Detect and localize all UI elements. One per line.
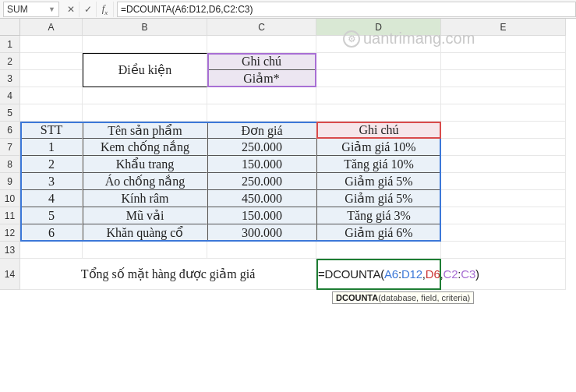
cell-D10[interactable]: Giảm giá 5% [316, 190, 441, 207]
cell-C11[interactable]: 150.000 [207, 207, 316, 224]
cell-C6[interactable]: Đơn giá [207, 122, 316, 139]
cell-D2[interactable] [316, 53, 441, 70]
row-header-10[interactable]: 10 [0, 190, 20, 207]
accept-formula-button[interactable]: ✓ [80, 2, 97, 17]
cell-A13[interactable] [20, 242, 83, 259]
cell-E9[interactable] [441, 173, 566, 190]
cell-A9[interactable]: 3 [20, 173, 83, 190]
fx-button[interactable]: fx [97, 2, 114, 17]
cell-C13[interactable] [207, 242, 316, 259]
tooltip-fn: DCOUNTA [336, 293, 378, 302]
cell-E6[interactable] [441, 122, 566, 139]
formula-input[interactable]: =DCOUNTA(A6:D12,D6,C2:C3) [117, 2, 576, 17]
row-header-6[interactable]: 6 [0, 122, 20, 139]
cell-E1[interactable] [441, 36, 566, 53]
cell-A12[interactable]: 6 [20, 224, 83, 242]
cell-C12[interactable]: 300.000 [207, 224, 316, 242]
cell-A3[interactable] [20, 70, 83, 87]
cell-A5[interactable] [20, 104, 83, 122]
cell-D12[interactable]: Giảm giá 6% [316, 224, 441, 242]
check-icon: ✓ [84, 4, 92, 15]
cell-A6[interactable]: STT [20, 122, 83, 139]
cell-A2[interactable] [20, 53, 83, 70]
cell-B1[interactable] [83, 36, 207, 53]
cell-A8[interactable]: 2 [20, 156, 83, 173]
row-header-3[interactable]: 3 [0, 70, 20, 87]
cell-A11[interactable]: 5 [20, 207, 83, 224]
cell-B23-merged[interactable]: Điều kiện [83, 70, 207, 87]
row-header-4[interactable]: 4 [0, 87, 20, 104]
cell-E7[interactable] [441, 139, 566, 156]
cell-D3[interactable] [316, 70, 441, 87]
cell-E11[interactable] [441, 207, 566, 224]
cell-C4[interactable] [207, 87, 316, 104]
cell-D14[interactable]: =DCOUNTA(A6:D12,D6,C2:C3) [316, 259, 566, 290]
cell-C7[interactable]: 250.000 [207, 139, 316, 156]
cell-B12[interactable]: Khăn quàng cổ [83, 224, 207, 242]
cell-B8[interactable]: Khẩu trang [83, 156, 207, 173]
cell-A7[interactable]: 1 [20, 139, 83, 156]
cell-C2[interactable]: Ghi chú [207, 53, 316, 70]
select-all-corner[interactable] [0, 19, 20, 36]
row-header-9[interactable]: 9 [0, 173, 20, 190]
cell-E13[interactable] [441, 242, 566, 259]
col-header-C[interactable]: C [207, 19, 316, 36]
cell-D13[interactable] [316, 242, 441, 259]
cell-E3[interactable] [441, 70, 566, 87]
cancel-formula-button[interactable]: ✕ [62, 2, 80, 17]
cell-D1[interactable] [316, 36, 441, 53]
name-box[interactable]: SUM ▼ [3, 2, 59, 17]
cell-C3[interactable]: Giảm* [207, 70, 316, 87]
cell-D7[interactable]: Giảm giá 10% [316, 139, 441, 156]
cell-A1[interactable] [20, 36, 83, 53]
row-header-13[interactable]: 13 [0, 242, 20, 259]
cell-C1[interactable] [207, 36, 316, 53]
cell-B11[interactable]: Mũ vải [83, 207, 207, 224]
cell-D8[interactable]: Tăng giá 10% [316, 156, 441, 173]
formula-bar: SUM ▼ ✕ ✓ fx =DCOUNTA(A6:D12,D6,C2:C3) [0, 0, 576, 19]
cell-E8[interactable] [441, 156, 566, 173]
col-header-D[interactable]: D [316, 19, 441, 36]
function-tooltip: DCOUNTA(database, field, criteria) [332, 291, 474, 304]
row-header-7[interactable]: 7 [0, 139, 20, 156]
cell-D5[interactable] [316, 104, 441, 122]
cell-B4[interactable] [83, 87, 207, 104]
cell-E12[interactable] [441, 224, 566, 242]
name-box-value: SUM [7, 4, 28, 15]
cancel-icon: ✕ [67, 4, 75, 15]
cell-A4[interactable] [20, 87, 83, 104]
cell-B6[interactable]: Tên sản phẩm [83, 122, 207, 139]
cell-C8[interactable]: 150.000 [207, 156, 316, 173]
cell-B10[interactable]: Kính râm [83, 190, 207, 207]
row-header-2[interactable]: 2 [0, 53, 20, 70]
cell-A10[interactable]: 4 [20, 190, 83, 207]
row-header-11[interactable]: 11 [0, 207, 20, 224]
row-header-14[interactable]: 14 [0, 259, 20, 290]
spreadsheet-grid[interactable]: A B C D E 1 2 Ghi chú 3 Điều kiện Giảm* … [0, 19, 576, 276]
cell-E4[interactable] [441, 87, 566, 104]
cell-C9[interactable]: 250.000 [207, 173, 316, 190]
cell-D4[interactable] [316, 87, 441, 104]
cell-C10[interactable]: 450.000 [207, 190, 316, 207]
formula-input-value: =DCOUNTA(A6:D12,D6,C2:C3) [121, 4, 253, 15]
cell-D6[interactable]: Ghi chú [316, 122, 441, 139]
col-header-A[interactable]: A [20, 19, 83, 36]
row-header-12[interactable]: 12 [0, 224, 20, 242]
row-header-8[interactable]: 8 [0, 156, 20, 173]
cell-E10[interactable] [441, 190, 566, 207]
name-box-dropdown-icon[interactable]: ▼ [48, 5, 55, 13]
cell-B5[interactable] [83, 104, 207, 122]
row-header-5[interactable]: 5 [0, 104, 20, 122]
row-header-1[interactable]: 1 [0, 36, 20, 53]
cell-D9[interactable]: Giảm giá 5% [316, 173, 441, 190]
cell-E5[interactable] [441, 104, 566, 122]
cell-B7[interactable]: Kem chống nắng [83, 139, 207, 156]
cell-A14-merged[interactable]: Tổng số mặt hàng được giảm giá [20, 259, 316, 290]
cell-C5[interactable] [207, 104, 316, 122]
col-header-E[interactable]: E [441, 19, 566, 36]
col-header-B[interactable]: B [83, 19, 207, 36]
cell-E2[interactable] [441, 53, 566, 70]
cell-B9[interactable]: Áo chống nắng [83, 173, 207, 190]
cell-B13[interactable] [83, 242, 207, 259]
cell-D11[interactable]: Tăng giá 3% [316, 207, 441, 224]
